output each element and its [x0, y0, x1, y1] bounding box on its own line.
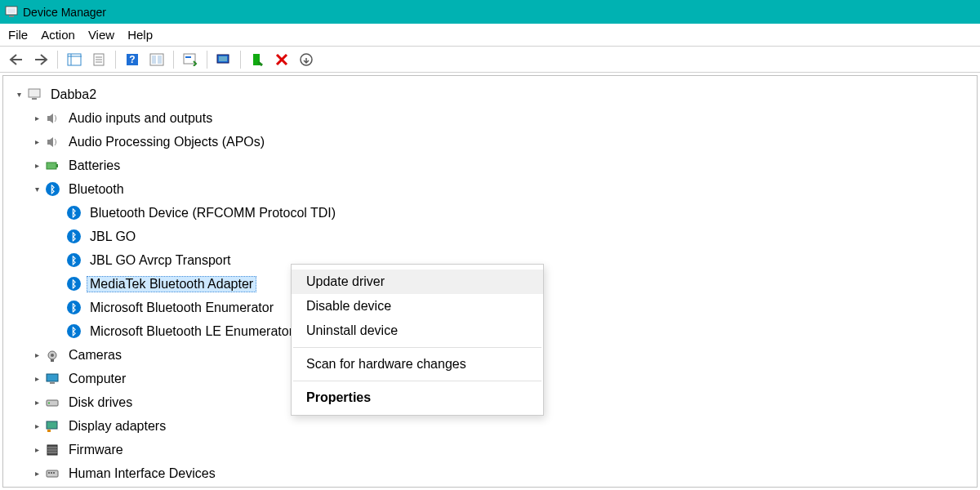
action-prop-button[interactable] — [145, 49, 168, 70]
ctx-update-driver[interactable]: Update driver — [292, 270, 543, 294]
disable-device-button[interactable] — [270, 49, 293, 70]
toolbar-sep — [173, 51, 174, 69]
tree-label: Disk drives — [65, 394, 136, 411]
tree-label: MediaTek Bluetooth Adapter — [87, 276, 256, 292]
svg-rect-42 — [51, 472, 52, 474]
tree-device[interactable]: ᛒ Bluetooth Device (RFCOMM Protocol TDI) — [7, 201, 973, 225]
disk-icon — [44, 394, 60, 411]
tree-category-audio-apo[interactable]: ▸ Audio Processing Objects (APOs) — [7, 130, 973, 154]
svg-rect-29 — [51, 359, 54, 362]
svg-rect-2 — [9, 16, 14, 17]
tree-device[interactable]: ᛒ JBL GO — [7, 225, 973, 248]
ctx-properties[interactable]: Properties — [292, 385, 543, 410]
hid-icon — [44, 466, 60, 482]
svg-rect-18 — [219, 56, 227, 61]
chevron-right-icon[interactable]: ▸ — [29, 348, 44, 363]
svg-rect-31 — [50, 382, 55, 384]
svg-point-28 — [51, 354, 54, 357]
tree-root[interactable]: ▾ Dabba2 — [7, 82, 973, 106]
ctx-separator — [293, 381, 541, 381]
computer-root-icon — [26, 87, 42, 103]
svg-rect-34 — [47, 421, 57, 429]
tree-label: Bluetooth — [65, 181, 127, 198]
toolbar: ? — [0, 47, 980, 73]
bluetooth-icon: ᛒ — [65, 300, 82, 316]
toolbar-sep — [207, 51, 207, 69]
bluetooth-icon: ᛒ — [65, 276, 82, 292]
svg-rect-3 — [68, 54, 81, 65]
chevron-right-icon[interactable]: ▸ — [29, 466, 44, 481]
display-adapter-icon — [44, 418, 60, 434]
toolbar-sep — [115, 51, 116, 69]
chevron-right-icon[interactable]: ▸ — [29, 443, 44, 457]
chevron-down-icon[interactable]: ▾ — [11, 87, 26, 102]
help-button[interactable]: ? — [121, 49, 144, 70]
tree-label: Microsoft Bluetooth Enumerator — [87, 300, 277, 316]
bluetooth-icon: ᛒ — [65, 205, 82, 221]
menu-view[interactable]: View — [88, 28, 114, 42]
monitor-icon — [44, 371, 60, 387]
tree-category-display[interactable]: ▸ Display adapters — [7, 414, 973, 438]
back-button[interactable] — [5, 49, 28, 70]
tree-label: Human Interface Devices — [65, 466, 219, 482]
tree-category-hid[interactable]: ▸ Human Interface Devices — [7, 461, 973, 485]
chevron-right-icon[interactable]: ▸ — [29, 111, 44, 126]
svg-point-33 — [48, 402, 50, 403]
tree-category-bluetooth[interactable]: ▾ ᛒ Bluetooth — [7, 177, 973, 201]
menu-action[interactable]: Action — [41, 28, 75, 42]
tree-label: Cameras — [65, 347, 125, 363]
svg-rect-30 — [47, 374, 58, 381]
speaker-icon — [44, 110, 60, 127]
properties-sheet-button[interactable] — [87, 49, 110, 70]
menu-file[interactable]: File — [8, 28, 28, 42]
tree-category-batteries[interactable]: ▸ Batteries — [7, 154, 973, 177]
update-driver-button[interactable] — [179, 49, 202, 70]
scan-hardware-button[interactable] — [212, 49, 235, 70]
ctx-uninstall-device[interactable]: Uninstall device — [292, 318, 543, 343]
svg-rect-25 — [47, 163, 56, 169]
svg-rect-16 — [185, 56, 191, 58]
tree-label: Bluetooth Device (RFCOMM Protocol TDI) — [87, 205, 339, 221]
titlebar: Device Manager — [0, 0, 980, 24]
chevron-right-icon[interactable]: ▸ — [29, 372, 44, 386]
chevron-right-icon[interactable]: ▸ — [29, 395, 44, 410]
tree-label: JBL GO Avrcp Transport — [87, 252, 234, 269]
tree-label: Display adapters — [65, 418, 169, 434]
window-title: Device Manager — [23, 6, 106, 19]
svg-rect-35 — [47, 430, 51, 432]
bluetooth-icon: ᛒ — [44, 181, 60, 198]
svg-rect-43 — [53, 472, 55, 474]
tree-label: Audio Processing Objects (APOs) — [65, 134, 268, 150]
enable-device-button[interactable] — [246, 49, 269, 70]
svg-rect-14 — [158, 56, 162, 64]
tree-label: Dabba2 — [47, 87, 100, 103]
toolbar-sep — [240, 51, 241, 69]
tree-label: Computer — [65, 371, 129, 387]
svg-rect-26 — [56, 164, 58, 167]
chevron-right-icon[interactable]: ▸ — [29, 158, 44, 173]
chevron-right-icon[interactable]: ▸ — [29, 419, 44, 434]
ctx-disable-device[interactable]: Disable device — [292, 294, 543, 318]
firmware-icon — [44, 442, 60, 458]
ctx-separator — [293, 347, 541, 348]
uninstall-device-button[interactable] — [295, 49, 318, 70]
ctx-scan-hardware[interactable]: Scan for hardware changes — [292, 352, 543, 376]
chevron-down-icon[interactable]: ▾ — [29, 182, 44, 197]
bluetooth-icon: ᛒ — [65, 229, 82, 245]
svg-rect-23 — [29, 89, 40, 97]
forward-button[interactable] — [29, 49, 52, 70]
tree-label: Firmware — [65, 442, 127, 458]
svg-rect-1 — [7, 8, 16, 13]
toolbar-sep — [57, 51, 58, 69]
tree-category-audio-io[interactable]: ▸ Audio inputs and outputs — [7, 106, 973, 130]
tree-label: Batteries — [65, 158, 123, 174]
svg-rect-24 — [32, 98, 37, 100]
bluetooth-icon: ᛒ — [65, 323, 82, 340]
chevron-right-icon[interactable]: ▸ — [29, 135, 44, 149]
bluetooth-icon: ᛒ — [65, 252, 82, 269]
show-tree-button[interactable] — [63, 49, 86, 70]
menu-help[interactable]: Help — [127, 28, 153, 42]
tree-category-firmware[interactable]: ▸ Firmware — [7, 438, 973, 461]
context-menu: Update driver Disable device Uninstall d… — [291, 264, 544, 416]
tree-label: Microsoft Bluetooth LE Enumerator — [87, 323, 296, 340]
